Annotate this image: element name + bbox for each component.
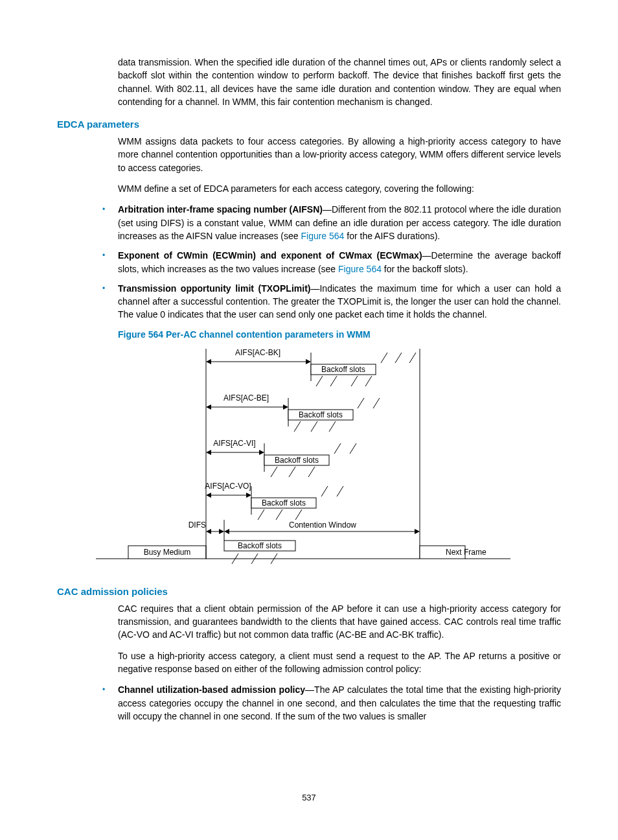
- svg-text:AIFS[AC-VO]: AIFS[AC-VO]: [205, 482, 251, 491]
- svg-line-21: [351, 376, 358, 386]
- edca-p1: WMM assigns data packets to four access …: [118, 135, 561, 174]
- svg-line-43: [308, 467, 315, 477]
- svg-line-33: [329, 421, 336, 432]
- svg-line-24: [395, 353, 402, 363]
- edca-heading: EDCA parameters: [57, 119, 561, 130]
- list-item: Channel utilization-based admission poli…: [95, 683, 561, 723]
- bullet-bold: Arbitration inter-frame spacing number (…: [118, 204, 323, 215]
- figure-link[interactable]: Figure 564: [301, 231, 344, 241]
- list-item: Exponent of CWmin (ECWmin) and exponent …: [95, 249, 561, 275]
- svg-text:Backoff slots: Backoff slots: [262, 498, 306, 508]
- svg-line-53: [295, 509, 302, 520]
- svg-text:AIFS[AC-BK]: AIFS[AC-BK]: [235, 348, 280, 357]
- intro-paragraph: data transmission. When the specified id…: [118, 56, 561, 108]
- svg-text:Backoff slots: Backoff slots: [299, 410, 343, 419]
- svg-line-34: [358, 398, 364, 408]
- wmm-diagram: Busy Medium Next Frame DIFS Contention W…: [96, 344, 510, 577]
- svg-text:AIFS[AC-VI]: AIFS[AC-VI]: [213, 439, 255, 448]
- row-ac-bk: AIFS[AC-BK] Backoff slots: [207, 348, 416, 386]
- svg-line-20: [330, 376, 337, 386]
- svg-line-54: [321, 486, 328, 496]
- contention-window-label: Contention Window: [289, 520, 356, 530]
- svg-line-52: [276, 509, 282, 520]
- cac-p2: To use a high-priority access category, …: [118, 649, 561, 676]
- cac-heading: CAC admission policies: [57, 586, 561, 597]
- svg-line-42: [289, 467, 295, 477]
- cac-bullet-list: Channel utilization-based admission poli…: [95, 683, 561, 723]
- list-item: Arbitration inter-frame spacing number (…: [95, 203, 561, 242]
- svg-line-19: [316, 376, 323, 386]
- svg-line-51: [258, 509, 264, 520]
- svg-text:Backoff slots: Backoff slots: [275, 456, 319, 465]
- svg-line-44: [334, 443, 341, 454]
- row-ac-be: AIFS[AC-BE] Backoff slots: [207, 393, 380, 432]
- difs-label: DIFS: [189, 520, 206, 530]
- page-number: 537: [0, 793, 618, 802]
- svg-line-25: [409, 353, 416, 363]
- svg-line-23: [381, 353, 387, 363]
- svg-line-41: [271, 467, 277, 477]
- figure-caption: Figure 564 Per-AC channel contention par…: [118, 329, 561, 340]
- edca-p2: WMM define a set of EDCA parameters for …: [118, 182, 561, 195]
- bullet-text-post: for the AIFS durations).: [344, 231, 440, 241]
- bullet-bold: Exponent of CWmin (ECWmin) and exponent …: [118, 250, 422, 261]
- svg-line-32: [311, 421, 317, 432]
- row-ac-vi: AIFS[AC-VI] Backoff slots: [207, 439, 356, 477]
- busy-medium-label: Busy Medium: [144, 548, 191, 557]
- bullet-bold: Channel utilization-based admission poli…: [118, 684, 305, 695]
- svg-line-45: [350, 443, 356, 454]
- bullet-bold: Transmission opportunity limit (TXOPLimi…: [118, 283, 310, 294]
- cac-p1: CAC requires that a client obtain permis…: [118, 602, 561, 642]
- svg-line-35: [373, 398, 380, 408]
- svg-line-31: [294, 421, 301, 432]
- svg-line-22: [365, 376, 372, 386]
- row-ac-vo: AIFS[AC-VO] Backoff slots: [205, 482, 343, 520]
- backoff-label: Backoff slots: [238, 541, 282, 550]
- figure-link[interactable]: Figure 564: [338, 264, 382, 274]
- bullet-text-post: for the backoff slots).: [382, 264, 468, 274]
- list-item: Transmission opportunity limit (TXOPLimi…: [95, 282, 561, 321]
- next-frame-label: Next Frame: [446, 548, 486, 557]
- svg-text:AIFS[AC-BE]: AIFS[AC-BE]: [223, 393, 269, 402]
- svg-text:Backoff slots: Backoff slots: [321, 365, 365, 374]
- edca-bullet-list: Arbitration inter-frame spacing number (…: [95, 203, 561, 321]
- svg-line-55: [337, 486, 343, 496]
